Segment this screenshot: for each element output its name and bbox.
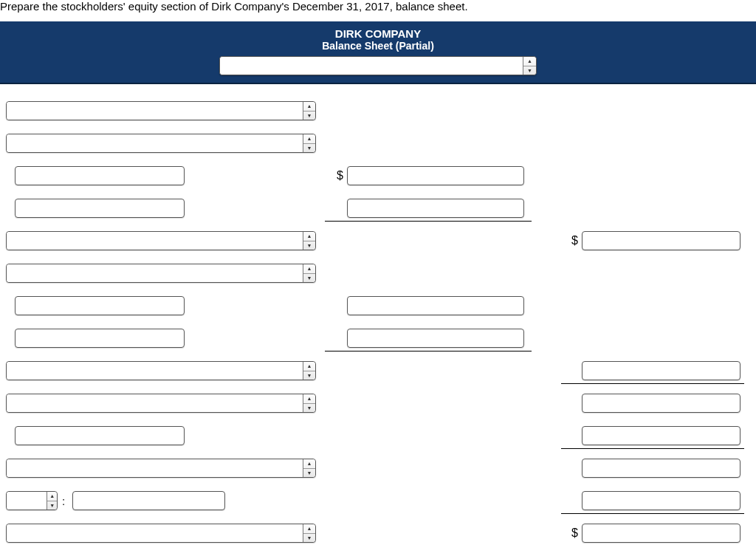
row6-select[interactable]: ▲▼ — [6, 264, 316, 283]
chevron-up-icon[interactable]: ▲ — [303, 264, 315, 274]
row12-select[interactable]: ▲▼ — [6, 459, 316, 478]
row9-select-input[interactable] — [7, 362, 303, 380]
sum-underline — [325, 329, 532, 351]
row13-select-small-input[interactable] — [7, 492, 47, 510]
row-1: ▲▼ — [0, 95, 756, 127]
row9-select[interactable]: ▲▼ — [6, 361, 316, 380]
row13-label-input[interactable] — [72, 491, 225, 510]
row-7 — [0, 289, 756, 322]
dollar-sign: $ — [571, 234, 578, 247]
row3-mid-input[interactable] — [347, 166, 524, 185]
chevron-up-icon[interactable]: ▲ — [523, 57, 536, 66]
chevron-down-icon[interactable]: ▼ — [303, 112, 315, 120]
row-14: ▲▼ $ — [0, 517, 756, 549]
row-10: ▲▼ — [0, 387, 756, 419]
chevron-down-icon[interactable]: ▼ — [303, 274, 315, 283]
sum-underline — [561, 491, 744, 514]
stepper-icon[interactable]: ▲▼ — [303, 232, 315, 250]
row-4 — [0, 192, 756, 224]
row1-select[interactable]: ▲▼ — [6, 101, 316, 120]
row-5: ▲▼ $ — [0, 224, 756, 257]
dollar-sign: $ — [571, 527, 578, 540]
chevron-down-icon[interactable]: ▼ — [303, 404, 315, 413]
row14-select-input[interactable] — [7, 524, 303, 542]
chevron-up-icon[interactable]: ▲ — [303, 134, 315, 144]
sum-underline — [561, 426, 744, 449]
row10-select-input[interactable] — [7, 394, 303, 412]
row11-right-input[interactable] — [582, 426, 740, 445]
chevron-up-icon[interactable]: ▲ — [303, 459, 315, 469]
sum-underline — [325, 199, 532, 222]
stepper-icon[interactable]: ▲▼ — [303, 134, 315, 152]
row-11 — [0, 419, 756, 452]
chevron-up-icon[interactable]: ▲ — [303, 524, 315, 534]
company-name: DIRK COMPANY — [0, 27, 756, 40]
stepper-icon[interactable]: ▲▼ — [303, 362, 315, 380]
row-13: ▲▼ : — [0, 484, 756, 517]
chevron-down-icon[interactable]: ▼ — [303, 371, 315, 380]
row3-label-input[interactable] — [15, 166, 185, 185]
row8-label-input[interactable] — [15, 329, 185, 348]
row-6: ▲▼ — [0, 257, 756, 289]
chevron-up-icon[interactable]: ▲ — [303, 102, 315, 112]
chevron-down-icon[interactable]: ▼ — [303, 469, 315, 478]
row12-select-input[interactable] — [7, 459, 303, 477]
stepper-icon[interactable]: ▲▼ — [303, 459, 315, 477]
row10-right-input[interactable] — [582, 394, 740, 413]
row-9: ▲▼ — [0, 354, 756, 387]
sum-underline — [561, 361, 744, 384]
chevron-up-icon[interactable]: ▲ — [303, 362, 315, 371]
stepper-icon[interactable]: ▲▼ — [47, 492, 57, 510]
header-band: DIRK COMPANY Balance Sheet (Partial) ▲ ▼ — [0, 21, 756, 84]
chevron-up-icon[interactable]: ▲ — [303, 394, 315, 404]
row10-select[interactable]: ▲▼ — [6, 394, 316, 413]
chevron-up-icon[interactable]: ▲ — [47, 492, 57, 501]
row12-right-input[interactable] — [582, 459, 740, 478]
row4-mid-input[interactable] — [347, 199, 524, 218]
chevron-down-icon[interactable]: ▼ — [303, 144, 315, 153]
row14-right-input[interactable] — [582, 524, 740, 543]
row2-select-input[interactable] — [7, 134, 303, 152]
stepper-icon[interactable]: ▲ ▼ — [523, 57, 536, 75]
row7-label-input[interactable] — [15, 296, 185, 315]
date-select-input[interactable] — [220, 57, 523, 75]
row4-label-input[interactable] — [15, 199, 185, 218]
balance-sheet-subtitle: Balance Sheet (Partial) — [0, 40, 756, 52]
row-8 — [0, 322, 756, 354]
row5-select[interactable]: ▲▼ — [6, 231, 316, 250]
chevron-down-icon[interactable]: ▼ — [303, 241, 315, 250]
prompt-text: Prepare the stockholders' equity section… — [0, 0, 756, 21]
row8-mid-input[interactable] — [347, 329, 524, 348]
stepper-icon[interactable]: ▲▼ — [303, 102, 315, 120]
row-3: $ — [0, 160, 756, 192]
worksheet: ▲▼ ▲▼ $ — [0, 84, 756, 549]
row6-select-input[interactable] — [7, 264, 303, 282]
row-2: ▲▼ — [0, 127, 756, 160]
row5-select-input[interactable] — [7, 232, 303, 250]
row5-right-input[interactable] — [582, 231, 740, 250]
dollar-sign: $ — [337, 169, 343, 182]
row13-select-small[interactable]: ▲▼ — [6, 491, 58, 510]
stepper-icon[interactable]: ▲▼ — [303, 524, 315, 542]
row-12: ▲▼ — [0, 452, 756, 484]
chevron-down-icon[interactable]: ▼ — [523, 66, 536, 75]
colon: : — [62, 495, 65, 507]
date-select[interactable]: ▲ ▼ — [219, 56, 537, 75]
chevron-down-icon[interactable]: ▼ — [303, 534, 315, 543]
row14-select[interactable]: ▲▼ — [6, 524, 316, 543]
row1-select-input[interactable] — [7, 102, 303, 120]
stepper-icon[interactable]: ▲▼ — [303, 394, 315, 412]
row2-select[interactable]: ▲▼ — [6, 134, 316, 153]
chevron-up-icon[interactable]: ▲ — [303, 232, 315, 241]
row11-label-input[interactable] — [15, 426, 185, 445]
chevron-down-icon[interactable]: ▼ — [47, 501, 57, 510]
row13-right-input[interactable] — [582, 491, 740, 510]
row7-mid-input[interactable] — [347, 296, 524, 315]
stepper-icon[interactable]: ▲▼ — [303, 264, 315, 282]
row9-right-input[interactable] — [582, 361, 740, 380]
